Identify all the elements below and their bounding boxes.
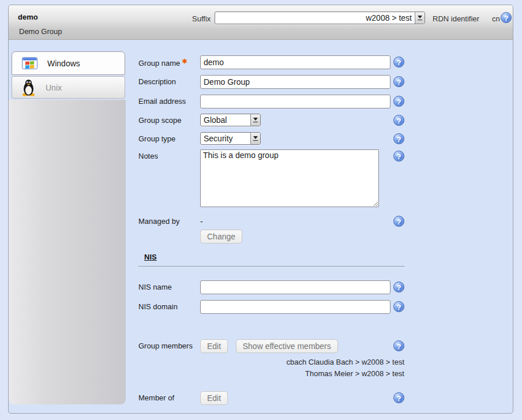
sidebar-panel xyxy=(9,100,126,404)
member-of-edit-button[interactable]: Edit xyxy=(200,391,228,405)
managed-by-label: Managed by xyxy=(138,215,200,226)
group-members-label: Group members xyxy=(138,339,200,350)
sidebar: Windows Unix xyxy=(10,51,127,99)
group-type-value: Security xyxy=(201,133,250,144)
nis-section-header: NIS xyxy=(138,253,404,267)
help-icon[interactable]: ? xyxy=(393,151,404,162)
description-input[interactable] xyxy=(200,75,390,89)
suffix-select-value: w2008 > test xyxy=(215,12,415,24)
nis-domain-label: NIS domain xyxy=(138,300,200,311)
nis-domain-row: NIS domain ? xyxy=(138,300,404,314)
notes-textarea[interactable]: This is a demo group xyxy=(200,149,379,207)
help-icon[interactable]: ? xyxy=(393,96,404,107)
group-scope-value: Global xyxy=(201,114,250,126)
tab-unix[interactable]: Unix xyxy=(12,76,125,99)
main-panel: demo Demo Group Suffix w2008 > test RDN … xyxy=(8,5,513,414)
group-members-edit-button[interactable]: Edit xyxy=(200,339,228,353)
help-icon[interactable]: ? xyxy=(393,133,404,144)
managed-by-value: - xyxy=(200,215,390,226)
email-label: Email address xyxy=(138,95,200,106)
tab-unix-label: Unix xyxy=(46,83,62,92)
rdn-identifier-label: RDN identifier xyxy=(433,14,479,23)
chevron-down-icon xyxy=(250,114,260,126)
page-title: demo xyxy=(18,13,38,21)
notes-row: Notes This is a demo group ? xyxy=(138,149,404,209)
rdn-identifier-value: cn xyxy=(492,14,500,23)
group-scope-row: Group scope Global ? xyxy=(138,114,404,126)
nis-name-label: NIS name xyxy=(138,280,200,291)
group-members-list: cbach Claudia Bach > w2008 > test Thomas… xyxy=(138,357,404,380)
member-item: Thomas Meier > w2008 > test xyxy=(138,368,404,380)
help-icon[interactable]: ? xyxy=(393,340,404,351)
tab-windows[interactable]: Windows xyxy=(12,51,125,75)
help-icon[interactable]: ? xyxy=(393,115,404,126)
member-of-row: Member of Edit ? xyxy=(138,391,404,405)
group-form: Group name✱ ? Description ? Email addres… xyxy=(138,55,404,405)
group-name-label: Group name✱ xyxy=(138,55,200,68)
page-subtitle: Demo Group xyxy=(19,27,62,36)
description-row: Description ? xyxy=(138,75,404,89)
notes-label: Notes xyxy=(138,149,200,160)
suffix-select[interactable]: w2008 > test xyxy=(215,12,425,24)
nis-name-row: NIS name ? xyxy=(138,280,404,294)
windows-icon xyxy=(22,57,37,69)
group-scope-label: Group scope xyxy=(138,114,200,125)
group-members-row: Group members Edit Show effective member… xyxy=(138,339,404,353)
help-icon[interactable]: ? xyxy=(393,76,404,87)
member-of-label: Member of xyxy=(138,391,200,402)
show-effective-members-button[interactable]: Show effective members xyxy=(236,339,338,353)
group-type-label: Group type xyxy=(138,132,200,143)
description-label: Description xyxy=(138,75,200,86)
help-icon[interactable]: ? xyxy=(393,216,404,227)
nis-name-input[interactable] xyxy=(200,280,390,294)
required-icon: ✱ xyxy=(182,58,187,65)
member-item: cbach Claudia Bach > w2008 > test xyxy=(138,357,404,368)
suffix-label: Suffix xyxy=(192,14,211,23)
tux-icon xyxy=(22,79,36,96)
help-icon[interactable]: ? xyxy=(393,392,404,403)
tab-windows-label: Windows xyxy=(47,59,80,68)
change-button[interactable]: Change xyxy=(200,230,242,243)
help-icon[interactable]: ? xyxy=(393,282,404,292)
help-icon[interactable]: ? xyxy=(393,301,404,312)
group-scope-select[interactable]: Global xyxy=(200,114,261,126)
chevron-down-icon xyxy=(415,12,425,24)
managed-by-row: Managed by - Change ? xyxy=(138,215,404,243)
group-type-select[interactable]: Security xyxy=(200,132,261,145)
group-name-row: Group name✱ ? xyxy=(138,55,404,69)
group-type-row: Group type Security ? xyxy=(138,132,404,145)
group-name-input[interactable] xyxy=(200,55,390,69)
email-row: Email address ? xyxy=(138,95,404,108)
nis-domain-input[interactable] xyxy=(200,300,390,314)
email-input[interactable] xyxy=(200,95,390,108)
header-bar: demo Demo Group Suffix w2008 > test RDN … xyxy=(9,5,513,40)
help-icon[interactable]: ? xyxy=(393,57,404,68)
chevron-down-icon xyxy=(250,133,260,144)
help-icon[interactable]: ? xyxy=(501,12,512,23)
